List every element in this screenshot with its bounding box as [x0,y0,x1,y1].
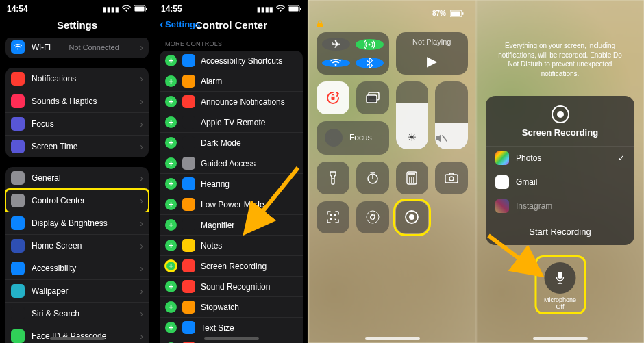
svg-rect-30 [445,175,458,183]
settings-row-wallpaper[interactable]: Wallpaper› [5,280,149,303]
gear-icon [11,171,25,185]
add-button[interactable]: + [165,55,177,66]
row-wifi[interactable]: Wi-Fi Not Connected › [5,38,149,58]
microphone-toggle-highlighted: Microphone Off [537,258,583,312]
settings-row-general[interactable]: General› [5,167,149,190]
record-icon [552,105,569,123]
add-button[interactable]: + [165,199,177,210]
page-title: Settings [0,15,154,38]
control-row-notes[interactable]: +Notes [160,236,303,256]
svg-rect-35 [334,218,334,218]
start-recording-button[interactable]: Start Recording [493,218,628,245]
svg-line-14 [443,136,447,141]
status-bar: 14:54 ▮▮▮▮ [0,0,154,15]
add-button[interactable]: + [165,240,177,251]
add-button[interactable]: + [165,116,177,128]
face-icon [11,329,25,343]
control-row-low-power-mode[interactable]: +Low Power Mode [160,194,303,215]
settings-row-siri-search[interactable]: Siri & Search› [5,303,149,325]
control-row-guided-access[interactable]: +Guided Access [160,153,303,174]
airplane-toggle[interactable]: ✈ [322,38,350,51]
add-button[interactable]: + [165,137,177,149]
settings-row-home-screen[interactable]: Home Screen› [5,235,149,257]
settings-row-focus[interactable]: Focus› [5,113,149,136]
timer-tile[interactable] [356,162,389,194]
control-row-dark-mode[interactable]: +Dark Mode [160,133,303,153]
add-button[interactable]: + [165,178,177,190]
cellular-toggle[interactable] [356,39,384,50]
screen-mirroring-tile[interactable] [356,81,389,114]
settings-row-notifications[interactable]: Notifications› [5,68,149,90]
control-label: Stopwatch [201,303,239,312]
microphone-button[interactable] [545,262,576,294]
home-indicator[interactable] [50,337,105,340]
wifi-toggle[interactable] [322,59,350,67]
control-row-screen-recording[interactable]: +Screen Recording [160,256,303,277]
svg-point-10 [369,43,371,45]
control-row-alarm[interactable]: +Alarm [160,71,303,92]
control-label: Sound Recognition [201,282,270,292]
svg-point-22 [411,177,412,179]
home-indicator[interactable] [365,337,420,340]
add-button[interactable]: + [165,219,177,231]
svg-point-28 [411,181,412,183]
home-indicator[interactable] [533,337,588,340]
settings-row-control-center[interactable]: Control Center› [5,190,149,212]
control-center-panel: 87% ✈ Not Playing ▶ [308,0,476,343]
focus-tile[interactable]: Focus [317,121,389,155]
row-label: Focus [32,119,54,129]
volume-slider[interactable] [435,81,468,149]
control-row-hearing[interactable]: +Hearing [160,174,303,194]
app-row-photos[interactable]: Photos✓ [486,146,634,170]
add-button[interactable]: + [165,157,177,169]
status-time: 14:54 [7,4,28,14]
control-row-apple-tv-remote[interactable]: +Apple TV Remote [160,112,303,133]
shazam-tile[interactable] [356,201,389,234]
flashlight-tile[interactable] [317,162,349,194]
svg-point-29 [413,181,414,183]
svg-point-37 [367,211,379,223]
control-row-sound-recognition[interactable]: +Sound Recognition [160,277,303,297]
settings-row-display-brightness[interactable]: Display & Brightness› [5,212,149,235]
add-button[interactable]: + [165,260,177,272]
svg-rect-11 [331,97,334,100]
bell-icon [11,72,25,86]
flower-icon [11,284,25,298]
add-button[interactable]: + [165,281,177,292]
calculator-tile[interactable] [396,162,429,194]
home-indicator[interactable] [204,337,259,340]
focus-label: Focus [349,133,372,142]
bluetooth-toggle[interactable] [356,58,384,68]
grid-icon [11,239,25,253]
add-button[interactable]: + [165,301,177,313]
back-button[interactable]: Settings [160,19,200,29]
settings-row-accessibility[interactable]: Accessibility› [5,257,149,280]
app-row-gmail[interactable]: Gmail [486,170,634,194]
svg-point-26 [413,179,414,181]
control-row-accessibility-shortcuts[interactable]: +Accessibility Shortcuts [160,51,303,71]
orientation-lock-tile[interactable] [317,81,349,114]
app-row-instagram[interactable]: Instagram [486,194,634,218]
control-row-magnifier[interactable]: +Magnifier [160,215,303,236]
settings-row-screen-time[interactable]: Screen Time› [5,136,149,157]
settings-row-sounds-haptics[interactable]: Sounds & Haptics› [5,90,149,113]
settings-row-face-id-passcode[interactable]: Face ID & Passcode› [5,325,149,343]
add-button[interactable]: + [165,96,177,107]
add-button[interactable]: + [165,75,177,87]
svg-point-24 [409,179,410,181]
media-tile[interactable]: Not Playing ▶ [396,32,469,75]
screen-recording-tile[interactable] [396,201,429,234]
add-button[interactable]: + [165,322,177,333]
control-row-announce-notifications[interactable]: +Announce Notifications [160,92,303,112]
row-label: Wi-Fi [32,42,51,52]
play-icon[interactable]: ▶ [427,53,437,69]
brightness-slider[interactable]: ☀ [396,81,429,149]
control-label: Text Size [201,323,234,333]
control-label: Hearing [201,179,230,189]
row-label: Screen Time [32,142,77,151]
qr-scanner-tile[interactable] [317,201,349,234]
camera-tile[interactable] [435,162,468,194]
connectivity-tile[interactable]: ✈ [317,32,389,75]
control-row-text-size[interactable]: +Text Size [160,318,303,338]
control-row-stopwatch[interactable]: +Stopwatch [160,297,303,318]
